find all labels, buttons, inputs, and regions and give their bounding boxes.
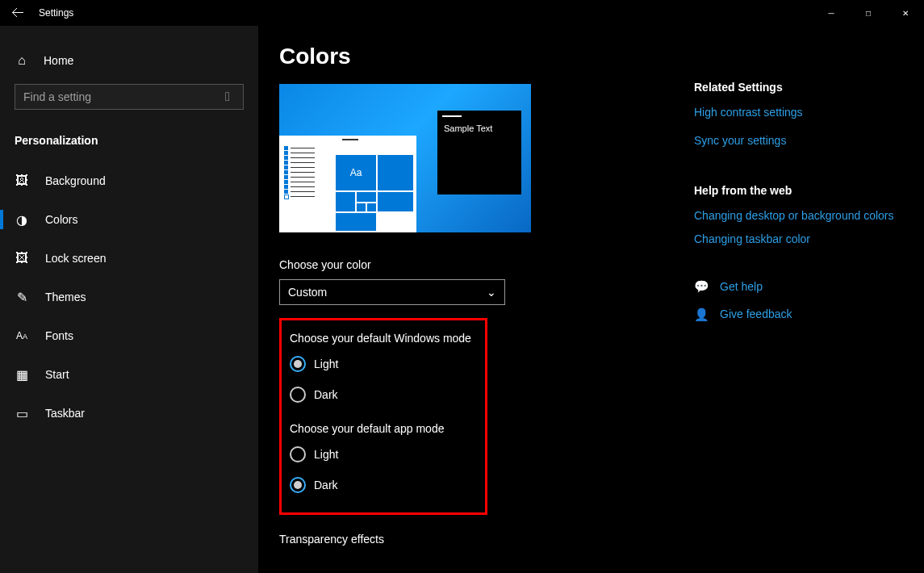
page-title: Colors xyxy=(279,44,694,69)
link-high-contrast[interactable]: High contrast settings xyxy=(694,105,901,120)
start-icon: ▦ xyxy=(15,367,29,383)
search-input[interactable]: Find a setting  xyxy=(15,84,244,110)
sidebar-item-label: Lock screen xyxy=(45,252,106,265)
sidebar-item-background[interactable]: 🖼 Background xyxy=(0,161,258,200)
picture-icon: 🖼 xyxy=(15,174,29,188)
radio-label: Dark xyxy=(314,479,338,491)
sidebar-item-label: Fonts xyxy=(45,329,73,342)
windows-mode-label: Choose your default Windows mode xyxy=(290,332,477,345)
maximize-button[interactable]: □ xyxy=(850,0,887,26)
window-title: Settings xyxy=(36,7,73,19)
radio-label: Dark xyxy=(314,388,338,401)
link-get-help[interactable]: Get help xyxy=(720,279,763,295)
app-mode-light[interactable]: Light xyxy=(290,446,477,462)
home-label: Home xyxy=(44,54,73,67)
webhelp-heading: Help from the web xyxy=(694,184,901,197)
sidebar-item-start[interactable]: ▦ Start xyxy=(0,355,258,394)
back-button[interactable]: 🡠 xyxy=(0,0,36,26)
app-mode-dark[interactable]: Dark xyxy=(290,477,477,493)
sidebar-item-lockscreen[interactable]: 🖾 Lock screen xyxy=(0,239,258,278)
color-mode-dropdown[interactable]: Custom ⌄ xyxy=(279,279,505,305)
minimize-button[interactable]: ─ xyxy=(813,0,850,26)
color-preview: Aa Sample Text xyxy=(279,84,531,232)
nav-list: 🖼 Background ◑ Colors 🖾 Lock screen ✎ Th… xyxy=(0,161,258,433)
dropdown-value: Custom xyxy=(288,286,327,299)
highlighted-region: Choose your default Windows mode Light D… xyxy=(279,318,487,515)
related-settings-heading: Related Settings xyxy=(694,81,901,94)
windows-mode-dark[interactable]: Dark xyxy=(290,387,477,403)
sidebar-item-themes[interactable]: ✎ Themes xyxy=(0,278,258,316)
search-placeholder: Find a setting xyxy=(23,90,91,103)
radio-selected-icon xyxy=(290,477,306,493)
category-heading: Personalization xyxy=(0,119,258,161)
home-icon: ⌂ xyxy=(15,53,29,68)
sidebar: ⌂ Home Find a setting  Personalization … xyxy=(0,26,258,573)
home-link[interactable]: ⌂ Home xyxy=(0,47,258,74)
link-give-feedback[interactable]: Give feedback xyxy=(720,307,792,322)
link-changing-desktop-colors[interactable]: Changing desktop or background colors xyxy=(694,208,901,224)
lock-icon: 🖾 xyxy=(15,251,29,266)
app-mode-label: Choose your default app mode xyxy=(290,422,477,435)
sidebar-item-colors[interactable]: ◑ Colors xyxy=(0,200,258,239)
taskbar-icon: ▭ xyxy=(15,406,29,421)
preview-aa: Aa xyxy=(350,167,362,178)
sidebar-item-label: Themes xyxy=(45,291,86,303)
preview-sample-text: Sample Text xyxy=(437,111,521,146)
radio-selected-icon xyxy=(290,356,306,372)
sidebar-item-label: Start xyxy=(45,368,69,381)
radio-unselected-icon xyxy=(290,387,306,403)
sidebar-item-taskbar[interactable]: ▭ Taskbar xyxy=(0,394,258,433)
choose-color-label: Choose your color xyxy=(279,258,694,271)
radio-unselected-icon xyxy=(290,446,306,462)
chevron-down-icon: ⌄ xyxy=(487,286,496,299)
fonts-icon: AA xyxy=(15,330,29,341)
link-sync-settings[interactable]: Sync your settings xyxy=(694,133,901,148)
preview-window: Aa xyxy=(279,136,416,232)
palette-icon: ◑ xyxy=(15,212,29,228)
themes-icon: ✎ xyxy=(15,290,29,305)
close-button[interactable]: ✕ xyxy=(887,0,924,26)
radio-label: Light xyxy=(314,358,338,370)
radio-label: Light xyxy=(314,448,338,461)
feedback-icon: 👤 xyxy=(694,307,709,322)
help-icon: 💬 xyxy=(694,279,709,294)
sidebar-item-fonts[interactable]: AA Fonts xyxy=(0,316,258,355)
sidebar-item-label: Taskbar xyxy=(45,407,85,420)
windows-mode-light[interactable]: Light xyxy=(290,356,477,372)
sidebar-item-label: Colors xyxy=(45,213,77,226)
right-column: Related Settings High contrast settings … xyxy=(694,26,920,573)
search-icon:  xyxy=(220,90,235,104)
sidebar-item-label: Background xyxy=(45,174,106,187)
transparency-label: Transparency effects xyxy=(279,533,694,546)
preview-textbox: Sample Text xyxy=(437,111,521,194)
link-changing-taskbar-color[interactable]: Changing taskbar color xyxy=(694,232,901,247)
